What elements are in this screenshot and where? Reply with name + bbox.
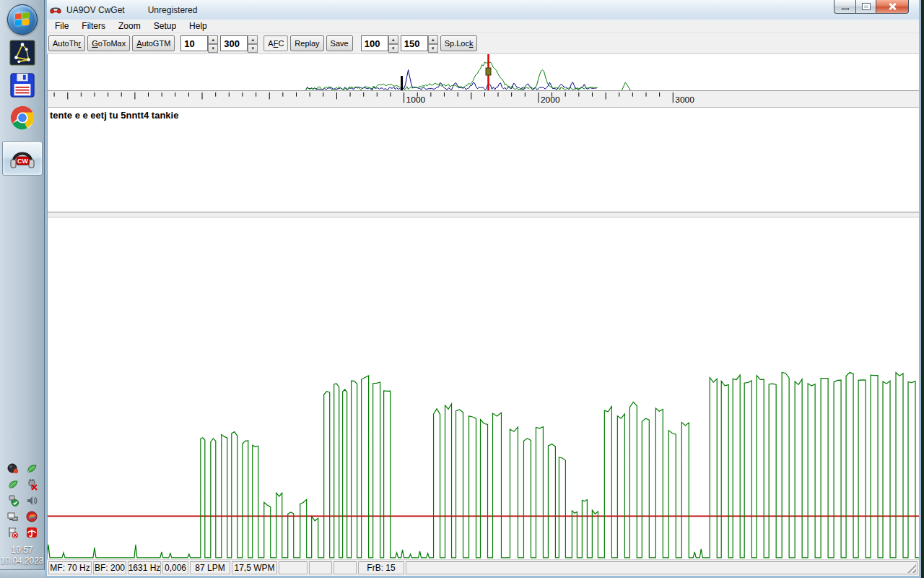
- svg-text:CW: CW: [17, 158, 28, 165]
- status-frb: FrB: 15: [358, 561, 404, 574]
- status-bar: MF: 70 Hz BF: 200 1631 Hz 0,006 87 LPM 1…: [47, 559, 919, 576]
- save-button[interactable]: Save: [326, 35, 353, 51]
- bandwidth-spinner-input[interactable]: [220, 35, 248, 51]
- status-empty-right: [406, 561, 918, 574]
- taskbar-item-chrome[interactable]: [6, 103, 38, 132]
- speed-max-spin-down[interactable]: ▼: [428, 44, 438, 53]
- status-bandwidth: BF: 200: [93, 561, 126, 574]
- gotomax-button[interactable]: GoToMax: [87, 35, 130, 51]
- registration-status: Unregistered: [148, 5, 198, 15]
- taskbar-clock[interactable]: 19:57 10.04.2023: [0, 545, 43, 566]
- tray-volume-icon[interactable]: [26, 495, 38, 506]
- spectrum-display[interactable]: [48, 54, 919, 90]
- cwget-window: UA9OV CwGet Unregistered File Filters Zo…: [45, 0, 921, 578]
- system-tray: [6, 461, 38, 540]
- bandwidth-spinner: ▲▼: [220, 35, 258, 51]
- tray-leaf2-icon[interactable]: [7, 479, 19, 491]
- tray-messenger-ball-icon[interactable]: [7, 463, 19, 475]
- threshold-spin-down[interactable]: ▼: [208, 44, 218, 53]
- taskbar-item-constellation-app[interactable]: [6, 38, 38, 67]
- speed-max-spinner: ▲▼: [401, 35, 438, 51]
- tray-action-center-flag-icon[interactable]: [7, 527, 19, 538]
- menu-zoom[interactable]: Zoom: [112, 20, 147, 33]
- chrome-icon: [9, 104, 36, 131]
- spectrum-plot: [48, 54, 919, 90]
- menu-filters[interactable]: Filters: [75, 20, 112, 33]
- status-frequency: 1631 Hz: [128, 561, 161, 574]
- floppy-disk-icon: [9, 72, 36, 99]
- signal-waveform: [48, 217, 919, 559]
- toolbar: AutoThr GoToMax AutoGTM ▲▼ ▲▼ AFC Replay…: [47, 33, 919, 54]
- clock-time: 19:57: [0, 545, 43, 556]
- speed-max-spinner-input[interactable]: [401, 35, 428, 51]
- decoded-text-area[interactable]: tente e e eetj tu 5nntt4 tankie: [48, 107, 919, 212]
- windows-logo-icon: [15, 12, 30, 27]
- status-lpm: 87 LPM: [190, 561, 230, 574]
- autogtm-button[interactable]: AutoGTM: [132, 35, 175, 51]
- menu-setup[interactable]: Setup: [147, 20, 183, 33]
- window-title: UA9OV CwGet: [66, 5, 125, 15]
- tray-usb-safely-remove-icon[interactable]: [7, 495, 19, 506]
- afc-toggle-button[interactable]: AFC: [263, 35, 288, 51]
- svg-text:3000: 3000: [675, 95, 694, 105]
- speed-min-spinner-input[interactable]: [361, 35, 388, 51]
- bandwidth-spin-up[interactable]: ▲: [248, 35, 258, 44]
- status-level: 0,006: [162, 561, 188, 574]
- menu-bar: File Filters Zoom Setup Help: [47, 20, 919, 33]
- autothr-button[interactable]: AutoThr: [48, 35, 85, 51]
- threshold-spinner: ▲▼: [180, 35, 218, 51]
- replay-button[interactable]: Replay: [290, 35, 323, 51]
- tray-leaf-icon[interactable]: [26, 463, 38, 475]
- threshold-spin-up[interactable]: ▲: [208, 35, 218, 44]
- splock-toggle-button[interactable]: Sp.Lock: [440, 35, 478, 51]
- tray-ccleaner-icon[interactable]: [26, 511, 38, 522]
- cwget-headphones-icon: CW: [8, 145, 37, 171]
- client-area: 100020003000 tente e e eetj tu 5nntt4 ta…: [47, 54, 919, 559]
- frequency-ruler[interactable]: 100020003000: [48, 90, 919, 107]
- taskbar-item-floppy-save-app[interactable]: [6, 71, 38, 100]
- decoded-text: tente e e eetj tu 5nntt4 tankie: [50, 110, 178, 121]
- maximize-button[interactable]: [855, 0, 876, 14]
- menu-file[interactable]: File: [48, 20, 75, 33]
- status-wpm: 17,5 WPM: [232, 561, 277, 574]
- show-desktop-button[interactable]: [0, 569, 45, 578]
- status-empty-2: [309, 561, 332, 574]
- menu-help[interactable]: Help: [183, 20, 214, 33]
- speed-min-spin-up[interactable]: ▲: [388, 35, 398, 44]
- taskbar-item-cwget-active[interactable]: CW: [2, 141, 43, 176]
- status-empty-1: [279, 561, 308, 574]
- bandwidth-spin-down[interactable]: ▼: [248, 44, 258, 53]
- threshold-spinner-input[interactable]: [180, 35, 208, 51]
- window-controls: [834, 0, 909, 14]
- taskbar: CW 19:5: [0, 0, 45, 578]
- speed-min-spin-down[interactable]: ▼: [388, 44, 398, 53]
- start-button[interactable]: [7, 4, 38, 35]
- desktop-sliver: [921, 0, 924, 578]
- constellation-icon: [9, 39, 36, 66]
- close-button[interactable]: [876, 0, 909, 14]
- clock-date: 10.04.2023: [0, 556, 43, 566]
- tray-power-plug-disconnected-icon[interactable]: [26, 479, 38, 491]
- speed-min-spinner: ▲▼: [361, 35, 398, 51]
- minimize-button[interactable]: [834, 0, 856, 14]
- svg-text:2000: 2000: [541, 95, 560, 105]
- tray-network-icon[interactable]: [7, 511, 19, 522]
- svg-text:1000: 1000: [406, 95, 426, 105]
- status-empty-3: [334, 561, 357, 574]
- frequency-scale: 100020003000: [48, 91, 919, 107]
- title-bar[interactable]: UA9OV CwGet Unregistered: [47, 0, 919, 20]
- cwget-app-icon: [50, 5, 61, 15]
- speed-max-spin-up[interactable]: ▲: [428, 35, 438, 44]
- tray-avira-icon[interactable]: [26, 527, 38, 538]
- status-mark-freq: MF: 70 Hz: [48, 561, 92, 574]
- signal-oscilloscope[interactable]: [48, 217, 919, 559]
